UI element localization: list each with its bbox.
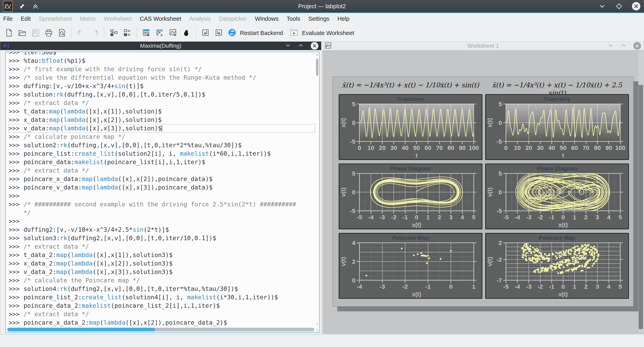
- worksheet-view[interactable]: ẍ(t) = −1/4x³(t) + x(t) − 1/10ẋ(t) + sin…: [322, 50, 644, 334]
- worksheet-restore-icon[interactable]: [620, 42, 626, 49]
- console-line[interactable]: >>>/* solve the differential equation wi…: [9, 73, 315, 82]
- console-line[interactable]: >>>duffing2:[v,-v/10+x-x^3/4+2.5*sin(2*t…: [9, 226, 315, 234]
- import-file-button[interactable]: [199, 27, 212, 39]
- plot-panel-phase-diagram[interactable]: Phase Diagram-5-4-3-2-101234550-5x(t)v(t…: [485, 164, 629, 229]
- maximize-button[interactable]: [615, 2, 623, 10]
- plot-panel-poincare-map[interactable]: Poincare Map-4-3-2-101420x(t)v(t): [339, 233, 482, 299]
- close-button[interactable]: [632, 2, 640, 10]
- console-prompt: >>>: [9, 276, 20, 285]
- restart-backend-label[interactable]: Restart Backend: [240, 30, 283, 36]
- menu-windows[interactable]: Windows: [255, 15, 279, 22]
- console-restore-icon[interactable]: [298, 42, 304, 49]
- console-line[interactable]: >>>/* calculate poincare map */: [9, 133, 315, 141]
- worksheet-icon: [324, 42, 332, 50]
- ws-vscroll-thumb[interactable]: [638, 85, 643, 329]
- menu-file[interactable]: File: [3, 15, 13, 22]
- console-line[interactable]: >>>duffing:[v,-v/10+x-x^3/4+sin(t)]$: [9, 82, 315, 90]
- plot-panel-phase-diagram[interactable]: Phase Diagram-5-4-3-2-101234550-5x(t)v(t…: [339, 164, 482, 229]
- worksheet-titlebar[interactable]: Worksheet 1: [322, 42, 644, 50]
- worksheet-page: ẍ(t) = −1/4x³(t) + x(t) − 1/10ẋ(t) + sin…: [332, 76, 634, 307]
- console-line[interactable]: >>>poincare_list_2:create_list(solution4…: [9, 293, 315, 302]
- console-line[interactable]: >>>%tau:bfloat(%pi)$: [9, 56, 315, 65]
- console-line[interactable]: >>>poincare_x_data:map(lambda([x],x[2]),…: [9, 175, 315, 183]
- menu-edit[interactable]: Edit: [21, 15, 31, 22]
- scroll-up-icon[interactable]: ˄: [316, 53, 319, 57]
- console-minimize-icon[interactable]: [285, 42, 291, 49]
- plot-panel-trajectory[interactable]: Trajectory 010203040506070809010050-5tx(…: [485, 94, 629, 160]
- menu-tools[interactable]: Tools: [286, 15, 300, 22]
- export-file-button[interactable]: [212, 27, 225, 39]
- restart-backend-button[interactable]: [226, 27, 238, 39]
- vscroll-thumb[interactable]: [316, 58, 318, 76]
- console-line[interactable]: >>>/* extract data */: [9, 166, 315, 175]
- plot-panel-trajectory[interactable]: Trajectory 010203040506070809010050-5tx(…: [339, 94, 482, 160]
- new-worksheet-button[interactable]: [167, 27, 179, 39]
- console-line[interactable]: >>>/* ########## second example with the…: [9, 200, 315, 217]
- console-line[interactable]: >>>x_data_2:map(lambda([x],x[2]),solutio…: [9, 259, 315, 268]
- hscroll-thumb[interactable]: [8, 328, 155, 331]
- console-code: /* solve the differential equation with …: [24, 73, 256, 82]
- plot-panel-poincare-map[interactable]: Poincare Map-5-4-3-2-10123452-2-7x(t)v(t…: [485, 233, 629, 299]
- worksheet-close-icon[interactable]: [633, 42, 641, 50]
- console-titlebar[interactable]: M Maxima(Duffing): [0, 42, 321, 50]
- console-line[interactable]: >>>poincare_x_data_2:map(lambda([x],x[2]…: [9, 319, 315, 327]
- console-line[interactable]: >>>/* calculate the Poincare map */: [9, 276, 315, 285]
- console-line[interactable]: >>>t_data:map(lambda([x],x[1]),solution)…: [9, 107, 315, 116]
- new-matrix-button[interactable]: [153, 27, 166, 39]
- svg-text:3: 3: [449, 214, 452, 221]
- console-prompt: >>>: [9, 158, 20, 166]
- print-button[interactable]: [42, 27, 55, 39]
- svg-text:80: 80: [448, 144, 454, 151]
- console-line[interactable]: >>>/* first example with the driving for…: [9, 65, 315, 73]
- console-line[interactable]: >>>/* extract data */: [9, 310, 315, 319]
- new-workbook-button[interactable]: [108, 27, 120, 39]
- console-line[interactable]: >>>solution:rk(duffing,[x,v],[0,0],[t,0,…: [9, 90, 315, 99]
- new-datapicker-button[interactable]: [121, 27, 133, 39]
- svg-text:0: 0: [562, 214, 565, 221]
- evaluate-worksheet-label[interactable]: Evaluate Worksheet: [302, 30, 354, 36]
- console-line[interactable]: >>>solution2:rk(duffing,[x,v],[0,0],[t,0…: [9, 141, 315, 149]
- console-line[interactable]: >>>solution4:rk(duffing2,[x,v],[0,0],[t,…: [9, 285, 315, 293]
- console-close-icon[interactable]: [311, 42, 318, 50]
- svg-text:-3: -3: [526, 283, 532, 290]
- new-document-button[interactable]: [2, 27, 15, 39]
- console-line[interactable]: >>>v_data:map(lambda([x],x[3]),solution)…: [9, 124, 315, 133]
- console-vertical-scrollbar[interactable]: ˄ ˅: [316, 53, 319, 326]
- console-line[interactable]: >>>poincare_data:makelist(poincare_list[…: [9, 158, 315, 166]
- menu-cas-worksheet[interactable]: CAS Worksheet: [140, 15, 181, 22]
- console-line[interactable]: >>>iter:500$: [9, 52, 315, 56]
- console-line[interactable]: >>>/* extract data */: [9, 99, 315, 107]
- menu-help[interactable]: Help: [338, 15, 350, 22]
- maxima-console[interactable]: >>>iter:500$>>>%tau:bfloat(%pi)$>>>/* fi…: [6, 52, 320, 333]
- save-button: [29, 27, 42, 39]
- svg-text:4: 4: [461, 214, 464, 221]
- console-horizontal-scrollbar[interactable]: ‹ ›: [7, 328, 314, 331]
- console-line[interactable]: >>>t_data_2:map(lambda([x],x[1]),solutio…: [9, 251, 315, 259]
- open-folder-button[interactable]: [16, 27, 28, 39]
- svg-text:2: 2: [584, 214, 588, 221]
- console-line[interactable]: >>>poincare_list:create_list(solution2[i…: [9, 149, 315, 158]
- print-preview-button[interactable]: [56, 27, 68, 39]
- scroll-right-icon[interactable]: ›: [317, 327, 318, 333]
- console-line[interactable]: >>>/* extract data */: [9, 242, 315, 251]
- new-spreadsheet-icon: [142, 28, 150, 37]
- console-line[interactable]: >>>: [9, 192, 315, 200]
- svg-text:5: 5: [619, 283, 622, 290]
- console-line[interactable]: >>>v_data_2:map(lambda([x],x[3]),solutio…: [9, 268, 315, 276]
- console-line[interactable]: >>>: [9, 217, 315, 226]
- console-line[interactable]: >>>solution3:rk(duffing2,[x,v],[0,0],[t,…: [9, 234, 315, 242]
- console-line[interactable]: >>>poincare_v_data:map(lambda([x],x[3]),…: [9, 183, 315, 192]
- svg-text:0: 0: [498, 119, 502, 126]
- console-line[interactable]: >>>poincare_data_2:makelist(poincare_lis…: [9, 302, 315, 310]
- minimize-button[interactable]: [598, 2, 606, 10]
- console-line[interactable]: >>>x_data:map(lambda([x],x[2]),solution)…: [9, 116, 315, 124]
- menu-settings[interactable]: Settings: [308, 15, 330, 22]
- scroll-down-icon[interactable]: ˅: [316, 322, 319, 326]
- new-notes-button[interactable]: [180, 27, 192, 39]
- worksheet-vertical-scrollbar[interactable]: [638, 51, 643, 333]
- svg-text:-2: -2: [538, 214, 543, 221]
- worksheet-minimize-icon[interactable]: [608, 42, 614, 49]
- new-spreadsheet-button[interactable]: [140, 27, 152, 39]
- evaluate-worksheet-button[interactable]: [288, 27, 300, 39]
- console-lines[interactable]: >>>iter:500$>>>%tau:bfloat(%pi)$>>>/* fi…: [6, 52, 315, 327]
